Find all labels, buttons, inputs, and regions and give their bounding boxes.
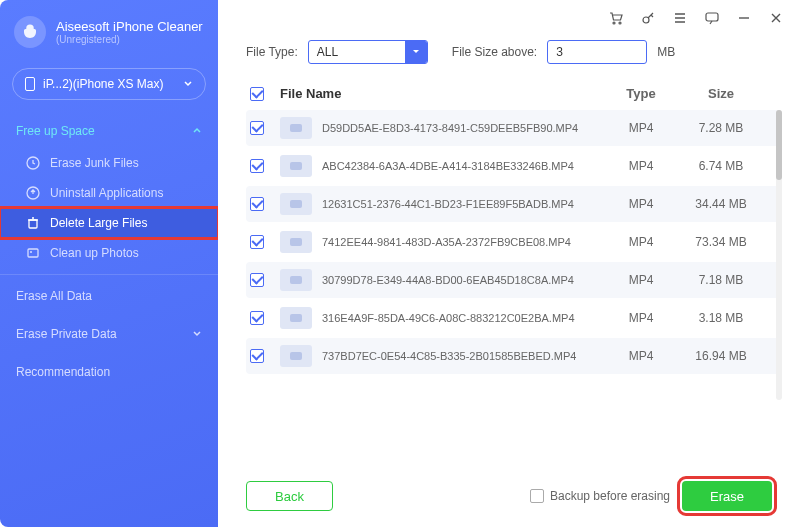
row-checkbox[interactable] bbox=[250, 235, 264, 249]
table-row[interactable]: 316E4A9F-85DA-49C6-A08C-883212C0E2BA.MP4… bbox=[246, 300, 782, 336]
file-type: MP4 bbox=[606, 121, 676, 135]
file-size: 16.94 MB bbox=[676, 349, 766, 363]
nav-item-erase-junk[interactable]: Erase Junk Files bbox=[0, 148, 218, 178]
erase-button[interactable]: Erase bbox=[682, 481, 772, 511]
file-name: 7412EE44-9841-483D-A35A-2372FB9CBE08.MP4 bbox=[322, 236, 571, 248]
chevron-down-icon bbox=[192, 327, 202, 341]
video-thumb-icon bbox=[280, 231, 312, 253]
header-size[interactable]: Size bbox=[676, 86, 766, 101]
checkbox-icon bbox=[530, 489, 544, 503]
table-row[interactable]: ABC42384-6A3A-4DBE-A414-3184BE33246B.MP4… bbox=[246, 148, 782, 184]
video-thumb-icon bbox=[280, 269, 312, 291]
file-size: 73.34 MB bbox=[676, 235, 766, 249]
svg-point-5 bbox=[613, 22, 615, 24]
minimize-icon[interactable] bbox=[736, 10, 752, 26]
nav-link-label: Erase All Data bbox=[16, 289, 92, 303]
file-size-value: 3 bbox=[556, 45, 563, 59]
nav-erase-all-data[interactable]: Erase All Data bbox=[0, 277, 218, 315]
chevron-down-icon bbox=[183, 77, 193, 91]
file-name: 737BD7EC-0E54-4C85-B335-2B01585BEBED.MP4 bbox=[322, 350, 576, 362]
backup-before-erasing-checkbox[interactable]: Backup before erasing bbox=[530, 489, 670, 503]
clock-icon bbox=[26, 156, 40, 170]
file-size-unit: MB bbox=[657, 45, 675, 59]
svg-point-6 bbox=[619, 22, 621, 24]
filter-bar: File Type: ALL File Size above: 3 MB bbox=[218, 36, 800, 78]
file-name: 30799D78-E349-44A8-BD00-6EAB45D18C8A.MP4 bbox=[322, 274, 574, 286]
select-all-checkbox[interactable] bbox=[250, 87, 264, 101]
row-checkbox[interactable] bbox=[250, 349, 264, 363]
chevron-up-icon bbox=[192, 122, 202, 140]
menu-icon[interactable] bbox=[672, 10, 688, 26]
back-button[interactable]: Back bbox=[246, 481, 333, 511]
scrollbar[interactable] bbox=[776, 110, 782, 400]
app-logo-icon bbox=[14, 16, 46, 48]
close-icon[interactable] bbox=[768, 10, 784, 26]
photos-icon bbox=[26, 246, 40, 260]
nav-item-label: Delete Large Files bbox=[50, 216, 147, 230]
row-checkbox[interactable] bbox=[250, 197, 264, 211]
uninstall-icon bbox=[26, 186, 40, 200]
table-row[interactable]: 30799D78-E349-44A8-BD00-6EAB45D18C8A.MP4… bbox=[246, 262, 782, 298]
row-checkbox[interactable] bbox=[250, 311, 264, 325]
nav-item-delete-large-files[interactable]: Delete Large Files bbox=[0, 208, 218, 238]
table-row[interactable]: 7412EE44-9841-483D-A35A-2372FB9CBE08.MP4… bbox=[246, 224, 782, 260]
nav-item-label: Erase Junk Files bbox=[50, 156, 139, 170]
phone-icon bbox=[25, 77, 35, 91]
cart-icon[interactable] bbox=[608, 10, 624, 26]
app-title: Aiseesoft iPhone Cleaner bbox=[56, 19, 203, 34]
nav-section-free-up-space[interactable]: Free up Space bbox=[0, 108, 218, 148]
app-subtitle: (Unregistered) bbox=[56, 34, 203, 45]
file-size-label: File Size above: bbox=[452, 45, 537, 59]
video-thumb-icon bbox=[280, 193, 312, 215]
nav-section-title: Free up Space bbox=[16, 124, 95, 138]
device-selector[interactable]: iP...2)(iPhone XS Max) bbox=[12, 68, 206, 100]
key-icon[interactable] bbox=[640, 10, 656, 26]
header-name[interactable]: File Name bbox=[280, 86, 606, 101]
file-name: D59DD5AE-E8D3-4173-8491-C59DEEB5FB90.MP4 bbox=[322, 122, 578, 134]
backup-label: Backup before erasing bbox=[550, 489, 670, 503]
table-row[interactable]: 737BD7EC-0E54-4C85-B335-2B01585BEBED.MP4… bbox=[246, 338, 782, 374]
svg-rect-8 bbox=[706, 13, 718, 21]
row-checkbox[interactable] bbox=[250, 121, 264, 135]
file-name: 12631C51-2376-44C1-BD23-F1EE89F5BADB.MP4 bbox=[322, 198, 574, 210]
file-type-label: File Type: bbox=[246, 45, 298, 59]
file-size: 7.18 MB bbox=[676, 273, 766, 287]
main-panel: File Type: ALL File Size above: 3 MB Fil… bbox=[218, 0, 800, 527]
file-type-value: ALL bbox=[317, 45, 338, 59]
nav-recommendation[interactable]: Recommendation bbox=[0, 353, 218, 391]
nav-item-label: Clean up Photos bbox=[50, 246, 139, 260]
file-size: 34.44 MB bbox=[676, 197, 766, 211]
brand-area: Aiseesoft iPhone Cleaner (Unregistered) bbox=[0, 10, 218, 60]
table-body: D59DD5AE-E8D3-4173-8491-C59DEEB5FB90.MP4… bbox=[246, 110, 782, 410]
svg-rect-2 bbox=[29, 220, 37, 228]
nav-link-label: Erase Private Data bbox=[16, 327, 117, 341]
file-name: ABC42384-6A3A-4DBE-A414-3184BE33246B.MP4 bbox=[322, 160, 574, 172]
file-type: MP4 bbox=[606, 197, 676, 211]
file-size: 6.74 MB bbox=[676, 159, 766, 173]
table-row[interactable]: 12631C51-2376-44C1-BD23-F1EE89F5BADB.MP4… bbox=[246, 186, 782, 222]
row-checkbox[interactable] bbox=[250, 273, 264, 287]
file-type: MP4 bbox=[606, 349, 676, 363]
row-checkbox[interactable] bbox=[250, 159, 264, 173]
scrollbar-thumb[interactable] bbox=[776, 110, 782, 180]
titlebar bbox=[218, 0, 800, 36]
feedback-icon[interactable] bbox=[704, 10, 720, 26]
nav-erase-private-data[interactable]: Erase Private Data bbox=[0, 315, 218, 353]
file-type: MP4 bbox=[606, 159, 676, 173]
dropdown-arrow-icon bbox=[405, 41, 427, 63]
file-type: MP4 bbox=[606, 273, 676, 287]
table-row[interactable]: D59DD5AE-E8D3-4173-8491-C59DEEB5FB90.MP4… bbox=[246, 110, 782, 146]
nav-item-label: Uninstall Applications bbox=[50, 186, 163, 200]
svg-point-4 bbox=[30, 251, 32, 253]
video-thumb-icon bbox=[280, 155, 312, 177]
file-type: MP4 bbox=[606, 235, 676, 249]
delete-icon bbox=[26, 216, 40, 230]
nav-item-uninstall[interactable]: Uninstall Applications bbox=[0, 178, 218, 208]
nav-item-clean-photos[interactable]: Clean up Photos bbox=[0, 238, 218, 268]
device-label: iP...2)(iPhone XS Max) bbox=[43, 77, 164, 91]
header-type[interactable]: Type bbox=[606, 86, 676, 101]
file-table: File Name Type Size D59DD5AE-E8D3-4173-8… bbox=[218, 78, 800, 467]
file-size-input[interactable]: 3 bbox=[547, 40, 647, 64]
sidebar: Aiseesoft iPhone Cleaner (Unregistered) … bbox=[0, 0, 218, 527]
file-type-select[interactable]: ALL bbox=[308, 40, 428, 64]
